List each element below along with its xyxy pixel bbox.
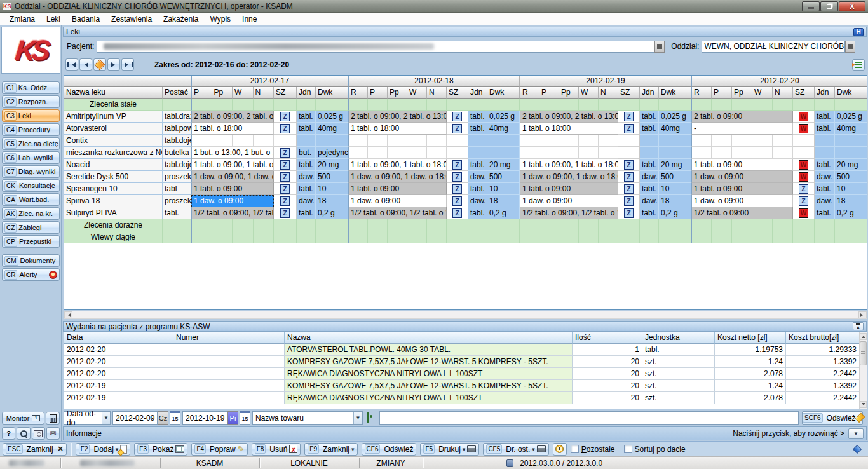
order-cell[interactable]: 1/2 tabl. o 09:00, 1/2 tab (191, 207, 274, 219)
scrollbar-thumb[interactable] (860, 341, 867, 365)
status-cell[interactable] (447, 135, 468, 147)
order-cell-empty[interactable] (559, 135, 579, 147)
sidebar-item-cr[interactable]: CRAlerty (2, 268, 60, 281)
drug-form-cell[interactable]: tabl.powl. (163, 123, 191, 135)
sidebar-item-c3[interactable]: C3Leki (2, 109, 60, 122)
status-cell[interactable]: Z (618, 195, 640, 207)
order-cell[interactable]: 1 tabl. o 09:00, 1 tabl. o 18:00 (348, 159, 447, 171)
sidebar-item-cp[interactable]: CPPrzepustki (2, 235, 60, 248)
order-cell-empty[interactable] (599, 135, 618, 147)
order-cell-empty[interactable] (368, 135, 388, 147)
dispense-row[interactable]: 2012-02-19KOMPRESY GAZOWE 7,5X7,5 JAŁOWE… (64, 380, 859, 392)
status-cell[interactable]: Z (618, 159, 640, 171)
status-cell[interactable]: Z (618, 123, 640, 135)
dispense-column-header[interactable]: Data (64, 332, 173, 344)
status-cell[interactable]: W (793, 207, 815, 219)
search-field-dropdown[interactable]: Nazwa towaru ▼ (252, 411, 363, 425)
order-cell-empty[interactable] (427, 147, 447, 159)
order-cell-empty[interactable] (712, 135, 732, 147)
status-cell[interactable] (447, 147, 468, 159)
drug-form-cell[interactable]: proszek d (163, 195, 191, 207)
dispense-column-header[interactable]: Koszt brutto[zł] (786, 332, 859, 344)
order-cell[interactable]: 1 tabl. o 09:00 (691, 183, 793, 195)
drug-name-cell[interactable]: Spasmogen 10 (64, 183, 163, 195)
filter-mode-dropdown[interactable]: Data od-do ▼ (64, 411, 111, 425)
status-cell[interactable] (618, 135, 640, 147)
date-to-calendar-button[interactable]: 15 (240, 411, 250, 425)
menu-item-badania[interactable]: Badania (66, 13, 105, 25)
status-cell[interactable]: Z (447, 183, 468, 195)
expand-button[interactable]: ▼ (848, 428, 864, 439)
dispense-row[interactable]: 2012-02-20RĘKAWICA DIAGNOSTYCZNA NITRYLO… (64, 368, 859, 380)
dispense-column-header[interactable]: Ilość (573, 332, 642, 344)
order-cell-empty[interactable] (752, 135, 773, 147)
order-cell[interactable]: 1/2 tabl. o 09:00, 1/2 tabl. o 13: (520, 207, 618, 219)
order-cell-empty[interactable] (691, 147, 712, 159)
dispense-column-header[interactable]: Nazwa (285, 332, 573, 344)
drug-form-cell[interactable]: butelka (163, 147, 191, 159)
menu-item-zestawienia[interactable]: Zestawienia (105, 13, 158, 25)
sidebar-item-c6[interactable]: C6Lab. wyniki (2, 151, 60, 164)
drug-name-cell[interactable]: mieszanka rozkurczowa z NO-S (64, 147, 163, 159)
scroll-right-button[interactable] (858, 311, 867, 318)
grid-horizontal-scrollbar[interactable] (64, 311, 867, 319)
status-cell[interactable]: W (793, 123, 815, 135)
last-button[interactable] (121, 58, 134, 71)
patient-picker-button[interactable] (654, 41, 665, 53)
status-cell[interactable] (618, 147, 640, 159)
dispense-column-header[interactable]: Jednostka (642, 332, 715, 344)
drug-form-cell[interactable]: proszek d (163, 171, 191, 183)
order-cell-empty[interactable] (732, 147, 752, 159)
order-cell-empty[interactable] (407, 135, 427, 147)
order-cell-empty[interactable] (539, 135, 559, 147)
sidebar-item-c2[interactable]: C2Rozpozn. (2, 95, 60, 108)
scroll-down-button[interactable] (860, 401, 867, 408)
scroll-up-button[interactable] (860, 333, 867, 340)
dispense-row[interactable]: 2012-02-20ATORVASTEROL TABL.POWL. 40MG 3… (64, 344, 859, 356)
dispense-row[interactable]: 2012-02-20KOMPRESY GAZOWE 7,5X7,5 JAŁOWE… (64, 356, 859, 368)
order-cell[interactable]: 1 tabl. o 18:00 (348, 123, 447, 135)
action-f4-button[interactable]: F4Popraw (191, 443, 247, 456)
minimize-button[interactable] (802, 1, 820, 11)
order-cell[interactable]: 1 daw. o 09:00 (191, 195, 274, 207)
drug-form-cell[interactable]: tabl.dojelit (163, 159, 191, 171)
status-cell[interactable] (793, 147, 815, 159)
dispense-row[interactable]: 2012-02-19RĘKAWICA DIAGNOSTYCZNA NITRYLO… (64, 392, 859, 404)
date-from-field[interactable]: 2012-02-09 (112, 411, 158, 425)
checkbox-pozostałe[interactable]: Pozostałe (571, 445, 615, 454)
order-cell[interactable]: 1 tabl. o 18:00 (191, 123, 274, 135)
action-f8-button[interactable]: F8Usuń (252, 443, 301, 456)
order-cell[interactable]: 1 daw. o 09:00 (520, 195, 618, 207)
order-cell-empty[interactable] (191, 135, 212, 147)
restore-button[interactable] (820, 1, 838, 11)
order-cell-empty[interactable] (388, 147, 407, 159)
order-cell[interactable]: 1 daw. o 09:00 (691, 195, 793, 207)
drug-name-cell[interactable]: Atorvasterol (64, 123, 163, 135)
order-cell[interactable]: 1 tabl. o 09:00, 1 tabl. o 18:00 (520, 159, 618, 171)
sidebar-item-ck[interactable]: CKKonsultacje (2, 179, 60, 192)
order-cell-empty[interactable] (773, 147, 793, 159)
order-cell-empty[interactable] (712, 147, 732, 159)
menu-item-leki[interactable]: Leki (41, 13, 66, 25)
order-cell[interactable]: 1 tabl. o 09:00 (348, 183, 447, 195)
drug-name-cell[interactable]: Contix (64, 135, 163, 147)
next-button[interactable] (107, 58, 120, 71)
order-cell[interactable]: 1/2 tabl. o 09:00, 1/2 tabl. o 13: (348, 207, 447, 219)
patient-field[interactable] (97, 41, 654, 53)
order-cell-empty[interactable] (212, 135, 233, 147)
order-cell[interactable]: 1 daw. o 09:00, 1 daw. o (191, 171, 274, 183)
order-cell[interactable]: 1 tabl. o 09:00 (691, 159, 793, 171)
drug-name-cell[interactable]: Amitriptylinum VP (64, 111, 163, 123)
mail-button[interactable]: ✉ (46, 427, 60, 440)
status-cell[interactable]: Z (793, 183, 815, 195)
calculator-button[interactable] (46, 412, 60, 425)
order-cell[interactable]: 1 tabl. o 09:00 (520, 183, 618, 195)
status-cell[interactable]: Z (274, 171, 297, 183)
order-cell[interactable]: 2 tabl. o 09:00, 2 tabl. o 13:00, 2 (520, 111, 618, 123)
status-cell[interactable]: Z (274, 123, 297, 135)
status-cell[interactable]: Z (274, 147, 297, 159)
order-cell-empty[interactable] (520, 147, 539, 159)
sidebar-item-c1[interactable]: C1Ks. Oddz. (2, 81, 60, 94)
sidebar-item-ak[interactable]: AKZlec. na kr. (2, 207, 60, 220)
help-h-button[interactable]: H (853, 28, 864, 36)
